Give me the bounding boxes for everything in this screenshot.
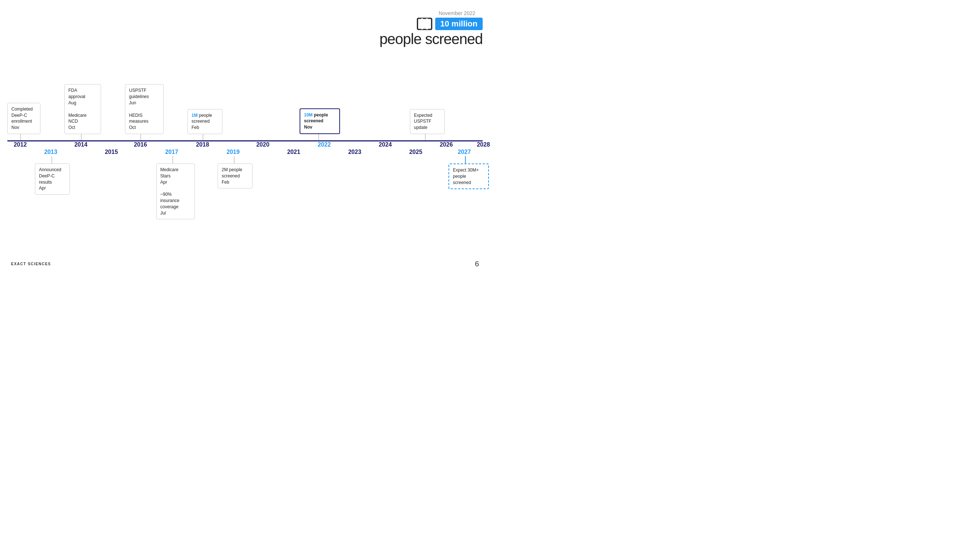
event-2018: 1M peoplescreenedFeb — [188, 109, 223, 134]
year-2012: 2012 — [14, 141, 27, 148]
event-2014: FDAapprovalAugMedicareNCDOct — [64, 84, 101, 134]
event-2016: USPSTFguidelinesJunHEDISmeasuresOct — [125, 84, 164, 134]
footer-page: 6 — [475, 260, 479, 268]
year-2022: 2022 — [318, 141, 331, 148]
svg-rect-1 — [421, 18, 423, 29]
event-2026-text: ExpectedUSPSTFupdate — [414, 113, 432, 130]
connector-2027-below — [465, 156, 466, 164]
event-2027-text: Expect 30M+peoplescreened — [453, 167, 479, 185]
event-2018-text: 1M peoplescreenedFeb — [191, 113, 212, 130]
year-2014: 2014 — [74, 141, 88, 148]
event-2019: 2M peoplescreenedFeb — [218, 164, 253, 189]
year-2017: 2017 — [165, 149, 178, 156]
year-2016: 2016 — [134, 141, 147, 148]
people-screened-text: people screened — [379, 31, 483, 48]
event-2022-text: 10M peoplescreenedNov — [304, 113, 328, 130]
year-2023: 2023 — [348, 149, 361, 156]
svg-rect-0 — [417, 18, 431, 29]
year-2021: 2021 — [287, 149, 300, 156]
year-2018: 2018 — [196, 141, 209, 148]
connector-2013-below — [51, 156, 52, 164]
event-2012-text: CompletedDeeP-CenrollmentNov — [11, 106, 33, 130]
footer-brand: EXACT SCIENCES — [11, 262, 51, 266]
hero-top: 10 million — [417, 17, 483, 30]
year-2028: 2028 — [477, 141, 490, 148]
event-2013-text: AnnouncedDeeP-CresultsApr — [39, 167, 61, 191]
hero-block: 10 million people screened — [379, 17, 483, 48]
event-2017: MedicareStarsApr~90%insurancecoverageJul — [156, 164, 195, 219]
event-2022: 10M peoplescreenedNov — [299, 108, 340, 134]
million-badge: 10 million — [435, 17, 483, 30]
event-2016-text: USPSTFguidelinesJunHEDISmeasuresOct — [129, 88, 149, 130]
svg-rect-2 — [426, 18, 428, 29]
event-2019-text: 2M peoplescreenedFeb — [222, 167, 242, 185]
year-2020: 2020 — [256, 141, 269, 148]
event-2027: Expect 30M+peoplescreened — [449, 164, 489, 189]
event-2014-text: FDAapprovalAugMedicareNCDOct — [68, 88, 86, 130]
year-2013: 2013 — [44, 149, 57, 156]
year-2025: 2025 — [409, 149, 422, 156]
footer: EXACT SCIENCES 6 — [11, 260, 479, 268]
event-2012: CompletedDeeP-CenrollmentNov — [7, 103, 40, 134]
connector-2017-below — [172, 156, 173, 164]
year-2015: 2015 — [105, 149, 118, 156]
year-2026: 2026 — [440, 141, 453, 148]
event-2017-text: MedicareStarsApr~90%insurancecoverageJul — [160, 167, 180, 216]
connector-2019-below — [234, 156, 234, 164]
year-2024: 2024 — [379, 141, 392, 148]
date-label: November 2022 — [439, 10, 475, 16]
year-2027: 2027 — [458, 149, 471, 156]
event-2026: ExpectedUSPSTFupdate — [410, 109, 445, 134]
event-2013: AnnouncedDeeP-CresultsApr — [35, 164, 70, 195]
year-2019: 2019 — [226, 149, 240, 156]
logo-icon — [417, 17, 432, 30]
